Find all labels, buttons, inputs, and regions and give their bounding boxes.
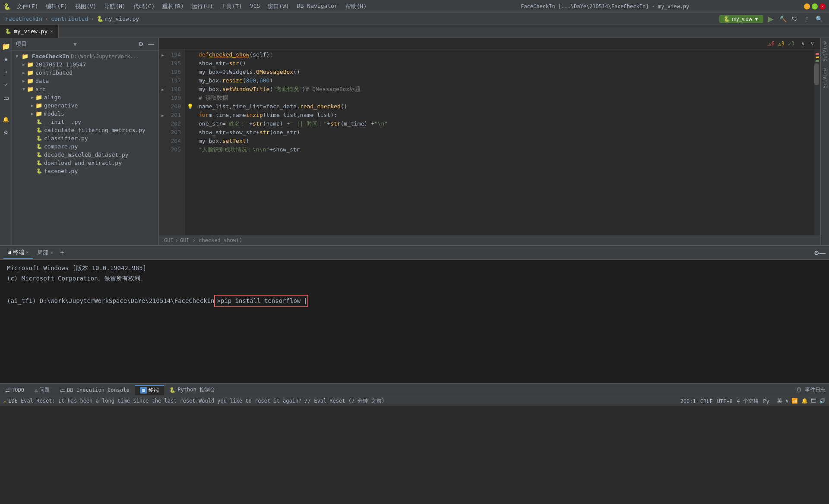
tree-item-init[interactable]: 🐍 __init__.py bbox=[12, 118, 158, 126]
notifications-button[interactable]: 🔔 bbox=[0, 114, 12, 125]
scroll-thumb[interactable] bbox=[814, 63, 819, 85]
tab-terminal[interactable]: ⊞ 终端 ✕ bbox=[3, 247, 33, 259]
window-controls: — □ ✕ bbox=[804, 3, 826, 9]
close-button[interactable]: ✕ bbox=[820, 3, 826, 9]
tree-item-contributed[interactable]: ▶ 📁 contributed bbox=[12, 69, 158, 77]
sidebar-minimize-button[interactable]: — bbox=[147, 40, 155, 48]
bulb-icon-200[interactable]: 💡 bbox=[187, 102, 193, 111]
tree-item-20170512[interactable]: ▶ 📁 20170512-110547 bbox=[12, 60, 158, 69]
bottom-tab-terminal[interactable]: ⊞ 终端 bbox=[135, 385, 165, 395]
warn-scroll-marker bbox=[816, 57, 819, 58]
fold-marker-194[interactable]: ▶ bbox=[161, 50, 164, 59]
event-log-button[interactable]: 🗒 事件日志 bbox=[793, 386, 829, 394]
main-area: 📁 ★ ≡ ✓ 🗃 🔔 ⚙ 项目 ▼ ⚙ — ▼ 📁 FaceCheckIn D… bbox=[0, 38, 829, 245]
tab-close-icon[interactable]: ✕ bbox=[50, 28, 53, 34]
editor-tab-bar: 🐍 my_view.py ✕ bbox=[0, 25, 829, 38]
menu-db-navigator[interactable]: DB Navigator bbox=[294, 2, 341, 11]
editor-scrollbar[interactable] bbox=[814, 50, 820, 235]
tree-item-src[interactable]: ▼ 📁 src bbox=[12, 85, 158, 93]
menu-code[interactable]: 代码(C) bbox=[130, 2, 158, 11]
fold-marker-201[interactable]: ▶ bbox=[161, 111, 164, 120]
fold-marker-198[interactable]: ▶ bbox=[161, 85, 164, 94]
commit-button[interactable]: ✓ bbox=[0, 79, 12, 91]
bottom-tab-python-console[interactable]: 🐍 Python 控制台 bbox=[164, 385, 220, 395]
file-charset[interactable]: UTF-8 bbox=[717, 398, 733, 404]
expand-arrow-icon: ▼ bbox=[22, 87, 25, 91]
database-button[interactable]: 🗃 bbox=[0, 92, 12, 104]
bottom-tab-problems[interactable]: ⚠ 问题 bbox=[29, 385, 55, 395]
tree-root-item[interactable]: ▼ 📁 FaceCheckIn D:\Work\JupyterWork... bbox=[12, 52, 158, 60]
code-line-199: # 读取数据 bbox=[199, 94, 814, 102]
global-search-button[interactable]: 🔍 bbox=[814, 14, 824, 24]
app-icon: 🐍 bbox=[3, 3, 11, 10]
bottom-tab-todo[interactable]: ☰ TODO bbox=[0, 385, 29, 395]
more-run-options[interactable]: ⋮ bbox=[802, 14, 812, 24]
code-line-197: my_box.resize(800, 600) bbox=[199, 76, 814, 85]
sciview-label-2[interactable]: SciView bbox=[821, 65, 829, 91]
tree-item-facenet[interactable]: 🐍 facenet.py bbox=[12, 167, 158, 175]
tree-item-compare[interactable]: 🐍 compare.py bbox=[12, 142, 158, 151]
indent-setting[interactable]: 4 个空格 bbox=[737, 397, 759, 405]
breadcrumb-contributed[interactable]: contributed bbox=[51, 16, 88, 22]
coverage-button[interactable]: 🛡 bbox=[790, 14, 800, 24]
tab-my-view[interactable]: 🐍 my_view.py ✕ bbox=[0, 25, 59, 38]
term-input-line[interactable]: (ai_tf1) D:\Work\JupyterWorkSpace\DaYe\2… bbox=[7, 295, 822, 307]
menu-vcs[interactable]: VCS bbox=[247, 2, 263, 11]
term-input-box[interactable]: >pip install tensorflow bbox=[214, 295, 308, 307]
tree-item-align[interactable]: ▶ 📁 align bbox=[12, 93, 158, 101]
cursor-position[interactable]: 200:1 bbox=[680, 398, 696, 404]
status-bar: ⚠ IDE Eval Reset: It has been a long tim… bbox=[0, 396, 829, 406]
menu-file[interactable]: 文件(F) bbox=[13, 2, 41, 11]
more-tools-button[interactable]: ⚙ bbox=[0, 127, 12, 138]
structure-button[interactable]: ≡ bbox=[0, 66, 12, 78]
scroll-up-button[interactable]: ∧ bbox=[798, 39, 807, 48]
terminal-minimize-button[interactable]: — bbox=[820, 249, 826, 256]
term-text-1: Microsoft Windows [版本 10.0.19042.985] bbox=[7, 265, 146, 271]
tab-close-icon[interactable]: ✕ bbox=[26, 249, 29, 255]
folder-icon: 📁 bbox=[35, 102, 42, 109]
tree-item-download[interactable]: 🐍 download_and_extract.py bbox=[12, 159, 158, 167]
sciview-label-1[interactable]: ScIView bbox=[821, 38, 829, 65]
tab-local[interactable]: 局部 ✕ bbox=[33, 247, 57, 258]
terminal-settings-button[interactable]: ⚙ bbox=[814, 249, 820, 256]
bottom-tab-db[interactable]: 🗃 DB Execution Console bbox=[55, 385, 135, 395]
line-endings[interactable]: CRLF bbox=[700, 398, 713, 404]
tree-item-calc[interactable]: 🐍 calculate_filtering_metrics.py bbox=[12, 126, 158, 134]
run-config-icon: 🐍 bbox=[724, 16, 730, 22]
favorites-button[interactable]: ★ bbox=[0, 54, 12, 65]
code-area[interactable]: def checked_show(self): show_str = str()… bbox=[195, 50, 814, 235]
build-button[interactable]: 🔨 bbox=[778, 14, 788, 24]
language-indicator[interactable]: Py bbox=[763, 398, 769, 404]
tree-label: compare.py bbox=[44, 143, 78, 150]
menu-help[interactable]: 帮助(H) bbox=[342, 2, 370, 11]
menu-tools[interactable]: 工具(T) bbox=[217, 2, 245, 11]
editor-breadcrumb: GUI › GUI › checked_show() bbox=[159, 235, 820, 245]
code-line-202: one_str = "姓名：" + str(name) + " || 时间：" … bbox=[199, 120, 814, 128]
menu-view[interactable]: 视图(V) bbox=[72, 2, 100, 11]
tree-item-classifier[interactable]: 🐍 classifier.py bbox=[12, 134, 158, 142]
tree-item-decode[interactable]: 🐍 decode_msceleb_dataset.py bbox=[12, 151, 158, 159]
breadcrumb-gui: GUI bbox=[164, 237, 174, 243]
terminal-content[interactable]: Microsoft Windows [版本 10.0.19042.985] (c… bbox=[0, 260, 829, 383]
tree-item-models[interactable]: ▶ 📁 models bbox=[12, 110, 158, 118]
menu-edit[interactable]: 编辑(E) bbox=[42, 2, 70, 11]
todo-icon: ☰ bbox=[5, 387, 10, 393]
scroll-down-button[interactable]: ∨ bbox=[807, 39, 817, 48]
add-terminal-button[interactable]: + bbox=[57, 249, 67, 257]
maximize-button[interactable]: □ bbox=[812, 3, 818, 9]
menu-window[interactable]: 窗口(W) bbox=[264, 2, 292, 11]
menu-nav[interactable]: 导航(N) bbox=[101, 2, 129, 11]
project-view-button[interactable]: 📁 bbox=[0, 41, 12, 52]
tree-item-generative[interactable]: ▶ 📁 generative bbox=[12, 101, 158, 110]
run-config-dropdown[interactable]: 🐍 my_view ▼ bbox=[719, 15, 763, 23]
code-content[interactable]: ▶ ▶ ▶ 194 195 196 197 198 199 200 bbox=[159, 50, 820, 235]
run-button[interactable]: ▶ bbox=[766, 14, 775, 24]
menu-run[interactable]: 运行(U) bbox=[188, 2, 216, 11]
sidebar-gear-button[interactable]: ⚙ bbox=[137, 40, 145, 48]
minimize-button[interactable]: — bbox=[804, 3, 810, 9]
breadcrumb-root[interactable]: FaceCheckIn bbox=[5, 16, 42, 22]
tree-item-data[interactable]: ▶ 📁 data bbox=[12, 77, 158, 85]
error-scroll-marker bbox=[816, 53, 819, 55]
menu-refactor[interactable]: 重构(R) bbox=[159, 2, 187, 11]
tab-close-icon[interactable]: ✕ bbox=[50, 250, 53, 255]
